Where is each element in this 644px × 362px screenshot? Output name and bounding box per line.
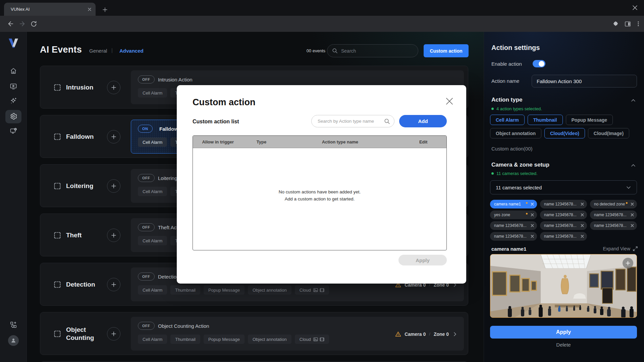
action-name-label: Action name <box>491 78 519 84</box>
action-name-input[interactable] <box>532 75 637 87</box>
action-type-heading: Action type <box>491 97 523 103</box>
add-button[interactable]: Add <box>399 115 447 127</box>
user-avatar[interactable] <box>8 335 19 346</box>
event-name: Loitering <box>66 178 107 194</box>
camera-tag[interactable]: name 12345678... <box>590 210 637 219</box>
action-chip: Cloud <box>295 335 329 344</box>
add-action-button[interactable] <box>107 130 120 143</box>
modal-search[interactable] <box>311 115 394 127</box>
remove-tag-icon[interactable] <box>581 235 584 238</box>
action-settings-panel: Action settings Enable action Action nam… <box>484 32 644 362</box>
add-action-button[interactable] <box>107 278 120 291</box>
remove-tag-icon[interactable] <box>581 224 584 227</box>
add-action-button[interactable] <box>107 179 120 193</box>
ai-sparkle-icon <box>9 97 17 105</box>
action-type-chip[interactable]: Cell Alarm <box>490 115 525 125</box>
expand-view-button[interactable]: Expand View <box>603 246 638 251</box>
remove-tag-icon[interactable] <box>581 202 584 206</box>
action-chip: Cell Alarm <box>138 236 167 245</box>
tab-advanced[interactable]: Advanced <box>119 48 144 54</box>
device-settings-icon <box>9 127 17 135</box>
delete-button[interactable]: Delete <box>490 342 637 348</box>
action-title: Object Counting Action <box>158 323 209 329</box>
window-close-icon[interactable] <box>631 3 639 12</box>
camera-tag[interactable]: name 12345678... <box>590 221 637 230</box>
side-panel-icon[interactable] <box>623 19 632 28</box>
vunex-logo <box>7 38 20 49</box>
back-icon[interactable] <box>6 19 15 28</box>
camera-tag[interactable]: name 12345678... <box>540 221 587 230</box>
camera-tag[interactable]: camera name1 <box>490 200 537 208</box>
browser-tab-bar: VUNex AI <box>0 0 644 16</box>
browser-menu-icon[interactable] <box>634 19 643 28</box>
add-action-button[interactable] <box>107 327 120 341</box>
extensions-icon[interactable] <box>611 19 620 28</box>
action-state-badge: OFF <box>138 223 155 231</box>
cameras-dropdown[interactable]: 11 cameras selected <box>490 180 637 194</box>
sidebar-item-ai[interactable] <box>9 97 17 105</box>
header-search[interactable] <box>327 44 418 57</box>
camera-tag[interactable]: name 12345678... <box>540 232 587 241</box>
sidebar-item-home[interactable] <box>9 67 17 75</box>
remove-tag-icon[interactable] <box>531 224 534 227</box>
add-zone-button[interactable] <box>623 258 633 268</box>
event-type-icon <box>53 281 61 289</box>
camera-tag[interactable]: no detected zone <box>590 200 637 208</box>
remove-tag-icon[interactable] <box>631 202 634 206</box>
camera-tag[interactable]: name 12345678... <box>540 200 587 208</box>
camera-tag[interactable]: name 12345678... <box>490 232 537 241</box>
remove-tag-icon[interactable] <box>531 202 534 206</box>
sidebar-item-settings[interactable] <box>9 112 17 120</box>
tab-general[interactable]: General <box>89 48 107 54</box>
custom-action-button[interactable]: Custom action <box>424 44 469 57</box>
panel-apply-button[interactable]: Apply <box>490 326 637 339</box>
camera-tag[interactable]: name 12345678... <box>540 210 587 219</box>
search-input[interactable] <box>341 48 408 54</box>
enable-action-toggle[interactable] <box>533 60 545 67</box>
chevron-right-icon[interactable] <box>452 331 458 337</box>
video-wall-icon <box>9 82 17 90</box>
camera-tag[interactable]: name 12345678... <box>490 221 537 230</box>
camera-zone-info: Camera 0 / Zone 0 <box>395 317 458 351</box>
modal-apply-button[interactable]: Apply <box>398 255 447 265</box>
action-type-chip[interactable]: Cloud(Image) <box>588 128 629 138</box>
event-name: Falldown <box>66 129 107 145</box>
add-action-button[interactable] <box>107 81 120 94</box>
sidebar-item-video[interactable] <box>9 82 17 90</box>
camera-preview[interactable] <box>490 254 637 318</box>
video-icon <box>320 337 324 342</box>
remove-tag-icon[interactable] <box>531 213 534 217</box>
action-type-chip[interactable]: Object annotation <box>490 128 541 138</box>
new-tab-button[interactable] <box>101 5 109 14</box>
unsaved-dot <box>526 213 528 215</box>
action-type-chip[interactable]: Popup Message <box>566 115 613 125</box>
modal-close-icon[interactable] <box>445 97 454 106</box>
reload-icon[interactable] <box>29 19 38 28</box>
browser-toolbar: https://www.innodep.com <box>0 16 644 32</box>
remove-tag-icon[interactable] <box>581 213 584 217</box>
remove-tag-icon[interactable] <box>631 224 634 227</box>
collapse-action-type-icon[interactable] <box>631 98 636 103</box>
forward-icon[interactable] <box>18 19 26 28</box>
browser-tab[interactable]: VUNex AI <box>4 3 96 16</box>
sidebar-item-devices[interactable] <box>9 127 17 135</box>
sidebar-item-apps[interactable] <box>9 321 17 329</box>
remove-tag-icon[interactable] <box>631 213 634 217</box>
events-count: 00 events <box>299 48 325 53</box>
add-action-button[interactable] <box>107 229 120 242</box>
action-type-chip[interactable]: Cloud(Video) <box>544 128 585 138</box>
action-chip: Cell Alarm <box>138 88 167 98</box>
action-chip: Object annotation <box>248 335 291 344</box>
collapse-camera-zone-icon[interactable] <box>631 163 636 168</box>
col-allow-in-trigger: Allow in trigger <box>193 139 243 144</box>
action-card[interactable]: OFF Object Counting Action Cell AlarmThu… <box>131 317 464 351</box>
event-type-icon <box>53 330 61 338</box>
tab-close-icon[interactable] <box>88 7 92 11</box>
gear-icon <box>9 112 17 120</box>
event-name: Object Counting <box>66 326 107 342</box>
event-row: Object Counting OFF Object Counting Acti… <box>40 312 468 355</box>
remove-tag-icon[interactable] <box>531 235 534 238</box>
action-type-chip[interactable]: Thumbnail <box>528 115 563 125</box>
camera-tag[interactable]: yes zone <box>490 210 537 219</box>
modal-search-input[interactable] <box>318 119 384 124</box>
